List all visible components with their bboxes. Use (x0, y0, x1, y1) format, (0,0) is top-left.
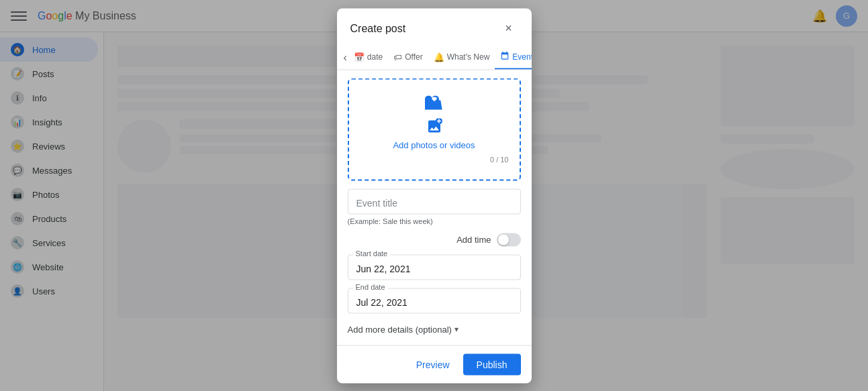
end-date-field-group: End date (348, 288, 521, 313)
end-date-wrapper: End date (348, 288, 521, 313)
tab-prev-button[interactable]: ‹ (342, 49, 348, 66)
add-time-toggle[interactable] (497, 233, 521, 246)
add-time-row: Add time (348, 233, 521, 246)
start-date-field-group: Start date (348, 254, 521, 280)
add-details-label: Add more details (optional) (348, 324, 452, 334)
upload-area[interactable]: Add photos or videos 0 / 10 (348, 78, 521, 180)
end-date-input[interactable] (348, 288, 521, 313)
preview-button[interactable]: Preview (408, 353, 458, 375)
dialog-footer: Preview Publish (337, 345, 532, 383)
start-date-label: Start date (353, 249, 391, 257)
tab-update[interactable]: 📅 date (348, 46, 388, 68)
tab-whats-new[interactable]: 🔔 What's New (428, 46, 495, 68)
toggle-knob (498, 234, 509, 245)
add-details-button[interactable]: Add more details (optional) ▾ (348, 321, 521, 337)
event-title-input[interactable] (348, 188, 521, 214)
tab-update-label: date (367, 52, 383, 62)
dialog-title: Create post (350, 22, 406, 34)
end-date-label: End date (353, 282, 388, 290)
dialog-header: Create post × (337, 8, 532, 46)
dialog-tabs: ‹ 📅 date 🏷 Offer 🔔 What's New Event 🛍 Pr… (337, 46, 532, 70)
offer-tab-icon: 🏷 (393, 52, 402, 62)
event-tab-icon (500, 51, 510, 62)
add-time-label: Add time (456, 235, 491, 245)
update-tab-icon: 📅 (354, 52, 365, 62)
tab-offer-label: Offer (405, 52, 422, 62)
start-date-wrapper: Start date (348, 254, 521, 280)
tab-event[interactable]: Event (495, 46, 531, 69)
start-date-input[interactable] (348, 254, 521, 280)
dialog-close-button[interactable]: × (499, 19, 518, 38)
dialog-body: Add photos or videos 0 / 10 (Example: Sa… (337, 70, 532, 345)
event-title-field-group: (Example: Sale this week) (348, 188, 521, 225)
chevron-down-icon: ▾ (454, 325, 459, 334)
upload-count: 0 / 10 (360, 155, 509, 163)
event-title-wrapper (348, 188, 521, 214)
upload-icon (425, 95, 444, 134)
event-title-hint: (Example: Sale this week) (348, 217, 521, 225)
whatsnew-tab-icon: 🔔 (434, 52, 444, 62)
create-post-dialog: Create post × ‹ 📅 date 🏷 Offer 🔔 What's … (337, 8, 532, 383)
publish-button[interactable]: Publish (463, 353, 521, 375)
tab-event-label: Event (512, 52, 531, 62)
tab-whats-new-label: What's New (447, 52, 490, 62)
upload-label: Add photos or videos (393, 139, 475, 150)
tab-offer[interactable]: 🏷 Offer (388, 46, 428, 68)
